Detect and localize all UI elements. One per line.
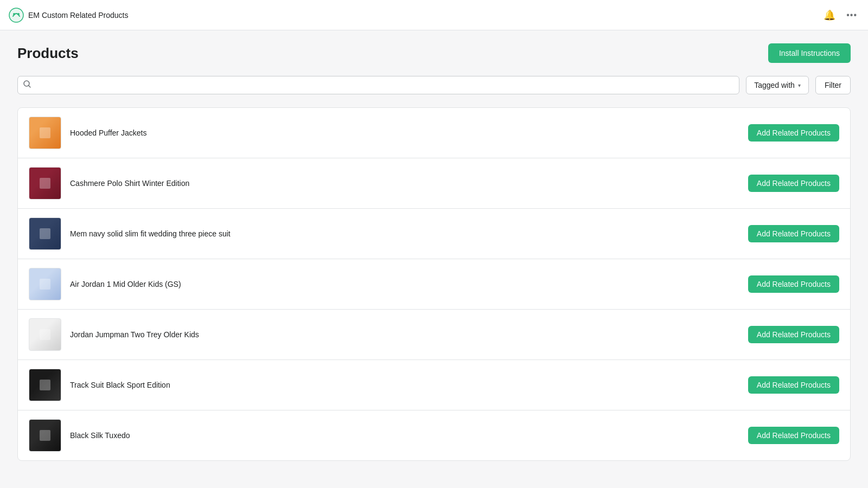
- svg-line-4: [29, 86, 31, 88]
- app-title: EM Custom Related Products: [28, 11, 128, 20]
- svg-point-1: [13, 13, 15, 15]
- svg-rect-8: [40, 279, 50, 290]
- svg-point-0: [9, 8, 23, 22]
- search-wrapper: [17, 76, 739, 94]
- product-name-0: Hooded Puffer Jackets: [70, 129, 146, 137]
- app-logo-icon: [9, 8, 24, 23]
- add-related-products-button-4[interactable]: Add Related Products: [748, 326, 839, 343]
- bell-icon-button[interactable]: 🔔: [821, 7, 838, 23]
- product-left-5: Track Suit Black Sport Edition: [29, 369, 170, 401]
- svg-rect-6: [40, 178, 50, 189]
- bell-icon: 🔔: [824, 9, 835, 21]
- add-related-products-button-6[interactable]: Add Related Products: [748, 427, 839, 444]
- product-left-0: Hooded Puffer Jackets: [29, 117, 146, 149]
- product-row: Track Suit Black Sport Edition Add Relat…: [18, 360, 850, 410]
- svg-rect-10: [40, 380, 50, 390]
- add-related-products-button-5[interactable]: Add Related Products: [748, 376, 839, 394]
- search-input[interactable]: [17, 76, 739, 94]
- product-left-2: Mem navy solid slim fit wedding three pi…: [29, 217, 231, 250]
- filter-button[interactable]: Filter: [815, 76, 851, 94]
- add-related-products-button-2[interactable]: Add Related Products: [748, 225, 839, 242]
- product-row: Cashmere Polo Shirt Winter Edition Add R…: [18, 158, 850, 209]
- product-image-5: [29, 369, 61, 401]
- product-image-1: [29, 167, 61, 200]
- product-name-2: Mem navy solid slim fit wedding three pi…: [70, 229, 231, 238]
- product-row: Jordan Jumpman Two Trey Older Kids Add R…: [18, 310, 850, 360]
- more-options-button[interactable]: •••: [844, 8, 859, 22]
- svg-rect-9: [40, 329, 50, 340]
- add-related-products-button-1[interactable]: Add Related Products: [748, 175, 839, 192]
- search-icon: [23, 80, 31, 91]
- svg-rect-5: [40, 127, 50, 138]
- page-header: Products Install Instructions: [17, 43, 851, 63]
- tagged-with-label: Tagged with: [754, 81, 795, 89]
- product-row: Mem navy solid slim fit wedding three pi…: [18, 209, 850, 259]
- top-bar-actions: 🔔 •••: [821, 7, 859, 23]
- product-row: Black Silk Tuxedo Add Related Products: [18, 410, 850, 460]
- product-name-1: Cashmere Polo Shirt Winter Edition: [70, 179, 189, 188]
- app-branding: EM Custom Related Products: [9, 8, 128, 23]
- product-left-3: Air Jordan 1 Mid Older Kids (GS): [29, 268, 181, 300]
- tagged-with-button[interactable]: Tagged with ▾: [746, 76, 809, 94]
- product-name-3: Air Jordan 1 Mid Older Kids (GS): [70, 280, 181, 288]
- product-image-4: [29, 318, 61, 351]
- top-bar: EM Custom Related Products 🔔 •••: [0, 0, 868, 30]
- svg-point-2: [17, 13, 20, 15]
- product-image-3: [29, 268, 61, 300]
- product-left-1: Cashmere Polo Shirt Winter Edition: [29, 167, 189, 200]
- product-name-5: Track Suit Black Sport Edition: [70, 381, 170, 389]
- product-left-6: Black Silk Tuxedo: [29, 419, 130, 452]
- more-icon: •••: [846, 10, 857, 20]
- add-related-products-button-0[interactable]: Add Related Products: [748, 124, 839, 142]
- product-image-2: [29, 217, 61, 250]
- product-image-0: [29, 117, 61, 149]
- products-list: Hooded Puffer Jackets Add Related Produc…: [17, 107, 851, 461]
- svg-rect-7: [40, 228, 50, 239]
- product-name-6: Black Silk Tuxedo: [70, 431, 130, 440]
- product-image-6: [29, 419, 61, 452]
- search-filter-row: Tagged with ▾ Filter: [17, 76, 851, 94]
- product-row: Hooded Puffer Jackets Add Related Produc…: [18, 108, 850, 158]
- svg-rect-11: [40, 430, 50, 441]
- install-instructions-button[interactable]: Install Instructions: [768, 43, 851, 63]
- product-row: Air Jordan 1 Mid Older Kids (GS) Add Rel…: [18, 259, 850, 310]
- page-title: Products: [17, 45, 79, 62]
- product-name-4: Jordan Jumpman Two Trey Older Kids: [70, 330, 199, 339]
- chevron-down-icon: ▾: [798, 82, 801, 88]
- product-left-4: Jordan Jumpman Two Trey Older Kids: [29, 318, 199, 351]
- main-content: Products Install Instructions Tagged wit…: [0, 30, 868, 474]
- add-related-products-button-3[interactable]: Add Related Products: [748, 275, 839, 293]
